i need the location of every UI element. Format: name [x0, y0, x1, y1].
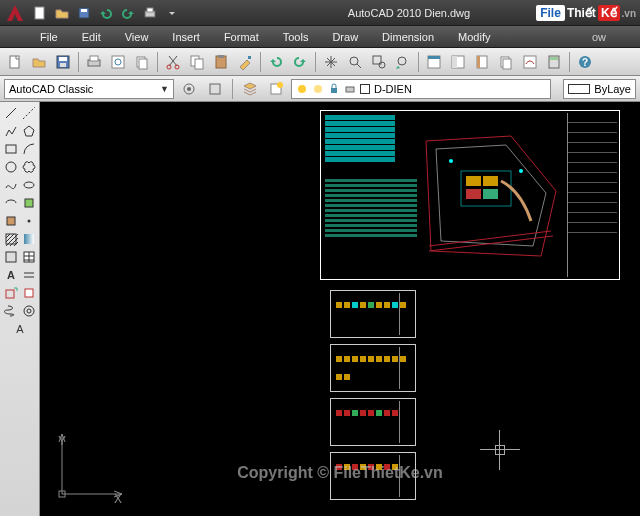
menu-edit[interactable]: Edit [72, 29, 111, 45]
ellipse-arc-icon[interactable] [2, 194, 19, 211]
zoom-window-icon[interactable] [368, 51, 390, 73]
site-plan [421, 131, 561, 261]
construction-line-icon[interactable] [20, 104, 37, 121]
layer-combo[interactable]: D-DIEN [291, 79, 551, 99]
menu-view[interactable]: View [115, 29, 159, 45]
qat-save-icon[interactable] [74, 3, 94, 23]
app-logo[interactable] [4, 2, 26, 24]
designcenter-icon[interactable] [447, 51, 469, 73]
workspace-save-icon[interactable] [204, 78, 226, 100]
layer-color-swatch [360, 84, 370, 94]
sheet-thumbnail [330, 398, 416, 446]
svg-point-69 [449, 159, 453, 163]
hatch-icon[interactable] [2, 230, 19, 247]
region-icon[interactable] [2, 248, 19, 265]
menu-insert[interactable]: Insert [162, 29, 210, 45]
gradient-icon[interactable] [20, 230, 37, 247]
svg-rect-59 [6, 290, 14, 298]
rectangle-icon[interactable] [2, 140, 19, 157]
save-icon[interactable] [52, 51, 74, 73]
ellipse-icon[interactable] [20, 176, 37, 193]
svg-rect-52 [7, 217, 15, 225]
arc-icon[interactable] [20, 140, 37, 157]
qat-dropdown-icon[interactable] [162, 3, 182, 23]
toolpalettes-icon[interactable] [471, 51, 493, 73]
polyline-icon[interactable] [2, 122, 19, 139]
publish-icon[interactable] [131, 51, 153, 73]
svg-rect-60 [25, 289, 33, 297]
layer-states-icon[interactable] [265, 78, 287, 100]
line-icon[interactable] [2, 104, 19, 121]
layer-manager-icon[interactable] [239, 78, 261, 100]
markup-icon[interactable] [519, 51, 541, 73]
cut-icon[interactable] [162, 51, 184, 73]
helix-icon[interactable] [2, 302, 19, 319]
svg-rect-2 [81, 9, 87, 12]
qat-redo-icon[interactable] [118, 3, 138, 23]
ucs-y-label: Y [58, 434, 66, 448]
spline-icon[interactable] [2, 176, 19, 193]
svg-point-61 [24, 306, 34, 316]
svg-rect-66 [483, 176, 498, 186]
circle-icon[interactable] [2, 158, 19, 175]
drawing-area[interactable]: Y X Copyright © FileThietKe.vn [40, 102, 640, 516]
menu-draw[interactable]: Draw [322, 29, 368, 45]
menu-overflow[interactable]: ow [592, 31, 610, 43]
sheetset-icon[interactable] [495, 51, 517, 73]
svg-point-44 [298, 85, 306, 93]
insert-block-icon[interactable] [20, 194, 37, 211]
color-label: ByLaye [594, 83, 631, 95]
new-icon[interactable] [4, 51, 26, 73]
point-icon[interactable] [20, 212, 37, 229]
polygon-icon[interactable] [20, 122, 37, 139]
qat-plot-icon[interactable] [140, 3, 160, 23]
pan-icon[interactable] [320, 51, 342, 73]
svg-point-24 [379, 62, 385, 68]
mline-icon[interactable] [20, 266, 37, 283]
menu-tools[interactable]: Tools [273, 29, 319, 45]
add-selected-icon[interactable] [2, 284, 19, 301]
plot-preview-icon[interactable] [107, 51, 129, 73]
text-icon[interactable]: A [11, 320, 28, 337]
donut-icon[interactable] [20, 302, 37, 319]
layer-lock-icon [328, 83, 340, 95]
plot-icon[interactable] [83, 51, 105, 73]
matchprop-icon[interactable] [234, 51, 256, 73]
paste-icon[interactable] [210, 51, 232, 73]
calc-icon[interactable] [543, 51, 565, 73]
revcloud-icon[interactable] [20, 158, 37, 175]
menu-modify[interactable]: Modify [448, 29, 500, 45]
properties-icon[interactable] [423, 51, 445, 73]
color-combo[interactable]: ByLaye [563, 79, 636, 99]
zoom-previous-icon[interactable] [392, 51, 414, 73]
qat-open-icon[interactable] [52, 3, 72, 23]
svg-rect-55 [24, 234, 34, 244]
help-icon[interactable]: ? [574, 51, 596, 73]
copy-icon[interactable] [186, 51, 208, 73]
menu-format[interactable]: Format [214, 29, 269, 45]
zoom-realtime-icon[interactable] [344, 51, 366, 73]
svg-rect-56 [6, 252, 16, 262]
table-icon[interactable] [20, 248, 37, 265]
menu-dimension[interactable]: Dimension [372, 29, 444, 45]
svg-rect-31 [477, 56, 480, 68]
svg-rect-5 [10, 56, 19, 68]
svg-point-22 [350, 57, 358, 65]
mtext-icon[interactable]: A [2, 266, 19, 283]
wipeout-icon[interactable] [20, 284, 37, 301]
open-icon[interactable] [28, 51, 50, 73]
svg-rect-46 [331, 88, 337, 93]
svg-point-40 [187, 87, 191, 91]
undo-icon[interactable] [265, 51, 287, 73]
make-block-icon[interactable] [2, 212, 19, 229]
workspace-combo[interactable]: AutoCAD Classic ▼ [4, 79, 174, 99]
qat-new-icon[interactable] [30, 3, 50, 23]
qat-undo-icon[interactable] [96, 3, 116, 23]
redo-icon[interactable] [289, 51, 311, 73]
workspace-settings-icon[interactable] [178, 78, 200, 100]
sheet-stack [330, 290, 420, 506]
sheet-thumbnail [330, 452, 416, 500]
workspace-toolbar: AutoCAD Classic ▼ D-DIEN ByLaye [0, 76, 640, 102]
svg-rect-27 [428, 56, 440, 59]
menu-file[interactable]: File [30, 29, 68, 45]
